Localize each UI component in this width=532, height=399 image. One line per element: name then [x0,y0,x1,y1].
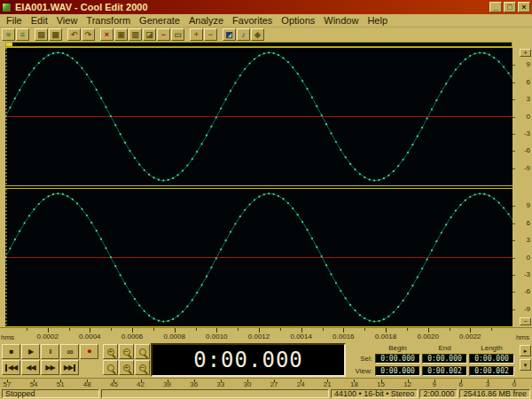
fast-forward-icon: ▶▶ [45,364,54,372]
waveform-view-button[interactable]: ≈ [2,28,15,41]
zoom-full-button[interactable] [135,344,150,359]
amplitude-label: 9 [527,61,530,68]
sel-begin-field[interactable]: 0:00.000 [375,354,420,364]
menu-file[interactable]: File [2,15,27,26]
minimize-button[interactable]: _ [489,2,502,12]
record-button[interactable]: ● [80,344,98,359]
go-to-beginning-button[interactable]: ◀◀ [2,360,20,375]
app-icon[interactable] [2,3,12,12]
meter-label: 18 [350,381,358,388]
zoom-out-button[interactable]: − [204,28,217,41]
zoom-in-button[interactable]: + [190,28,203,41]
zoom-out-icon: − [208,31,213,39]
stop-button[interactable]: ■ [2,344,20,359]
menu-analyze[interactable]: Analyze [184,15,228,26]
mix-paste-button[interactable]: ◪ [143,28,156,41]
toolbar-separator [96,28,99,41]
menu-transform[interactable]: Transform [82,15,135,26]
menu-edit[interactable]: Edit [27,15,52,26]
trim-button[interactable]: ▭ [171,28,184,41]
multitrack-view-button[interactable]: ≡ [16,28,29,41]
zoom-out-vertical-button[interactable]: − [135,360,150,375]
fast-forward-button[interactable]: ▶▶ [41,360,59,375]
view-length-field[interactable]: 0:00.002 [469,366,514,376]
redo-button[interactable]: ↷ [82,28,95,41]
zoom-to-selection-icon [107,364,114,372]
paste-button[interactable]: ▥ [129,28,142,41]
cut-button[interactable]: × [100,28,113,41]
play-list-icon: ♪ [241,31,246,39]
time-display[interactable]: 0:00.000 [151,343,346,377]
menu-view[interactable]: View [52,15,82,26]
view-indicator[interactable] [6,43,12,46]
menu-options[interactable]: Options [277,15,319,26]
delete-button[interactable]: − [157,28,170,41]
amplitude-label: -9 [524,165,530,172]
menu-generate[interactable]: Generate [135,15,184,26]
amplitude-label: -3 [524,271,530,278]
left-channel-wave [5,48,512,185]
menu-help[interactable]: Help [363,15,392,26]
amplitude-label: -9 [524,306,530,313]
waveform-right-channel[interactable] [5,189,512,326]
cut-icon: × [105,31,109,39]
vertical-zoom-in-button[interactable]: + [520,49,531,57]
close-button[interactable]: × [518,2,530,12]
panel-toggle-top-button[interactable]: ▸ [520,345,531,356]
timeline-tick-label: 0.0008 [163,333,184,340]
amplitude-label: 6 [527,79,530,86]
rewind-button[interactable]: ◀◀ [21,360,40,375]
save-file-button[interactable]: ▦ [49,28,62,41]
maximize-button[interactable]: □ [504,2,516,12]
zoom-out-horizontal-icon: − [123,348,130,356]
timeline-tick-label: 0.0006 [121,333,143,340]
zoom-in-vertical-icon: + [123,364,130,372]
play-list-button[interactable]: ♪ [237,28,250,41]
cue-list-button[interactable]: ◩ [223,28,236,41]
waveform-view-icon: ≈ [6,31,11,39]
menu-favorites[interactable]: Favorites [228,15,277,26]
play-looped-icon: ∞ [66,348,72,356]
amplitude-scale-right: 9630-3-6-9 [512,189,532,326]
go-to-end-button[interactable]: ▶▶ [60,360,79,375]
meter-label: 12 [403,381,411,388]
go-to-end-icon: ▶▶ [64,364,75,372]
view-end-field[interactable]: 0:00.002 [422,366,467,376]
meter-label: 27 [270,381,278,388]
timeline-unit-right: hms [516,334,529,341]
sel-end-field[interactable]: 0:00.000 [422,354,467,364]
panel-side-buttons: ▸ ▾ [520,345,531,373]
transport-row-1: ■▶‖∞● [2,344,99,360]
view-begin-field[interactable]: 0:00.000 [375,366,420,376]
vertical-zoom-out-button[interactable]: − [520,317,531,325]
panel-toggle-bottom-button[interactable]: ▾ [520,359,531,371]
zoom-in-icon: + [194,31,199,39]
redo-icon: ↷ [85,31,92,39]
level-meter[interactable]: 575451484542393633302724211815129630 [0,378,532,388]
copy-button[interactable]: ▣ [114,28,128,41]
sel-length-field[interactable]: 0:00.000 [469,354,514,364]
meter-label: 54 [30,381,38,388]
timeline-ruler[interactable]: hms 0.00020.00040.00060.00080.00100.0012… [0,327,532,342]
zoom-in-horizontal-button[interactable]: + [103,344,118,359]
settings-button[interactable]: ◆ [251,28,264,41]
amplitude-tick [512,292,515,293]
record-icon: ● [87,348,90,356]
amplitude-label: 0 [527,254,530,262]
zoom-row-2: +− [103,360,151,376]
amplitude-ruler[interactable]: + 9630-3-6-9 9630-3-6-9 − [512,47,532,327]
pause-button[interactable]: ‖ [41,344,59,359]
play-button[interactable]: ▶ [21,344,40,359]
waveform-left-channel[interactable] [5,48,512,185]
amplitude-tick [512,240,515,241]
open-file-button[interactable]: ▤ [35,28,48,41]
menu-bar: FileEditViewTransformGenerateAnalyzeFavo… [0,14,532,27]
menu-window[interactable]: Window [319,15,363,26]
zoom-to-selection-button[interactable] [103,360,118,375]
zoom-in-vertical-button[interactable]: + [119,360,134,375]
meter-label: 51 [57,381,65,388]
zoom-out-horizontal-button[interactable]: − [119,344,134,359]
undo-button[interactable]: ↶ [67,28,81,41]
copy-icon: ▣ [117,31,125,39]
play-looped-button[interactable]: ∞ [60,344,79,359]
